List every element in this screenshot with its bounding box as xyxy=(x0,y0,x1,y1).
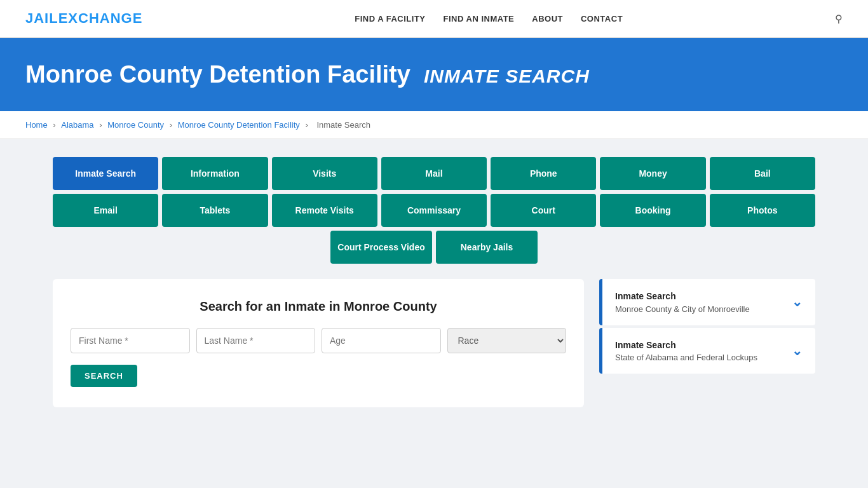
nav-link-find-an-inmate[interactable]: FIND AN INMATE xyxy=(444,14,515,24)
chevron-down-icon-1: ⌄ xyxy=(792,294,803,309)
tab-court-process-video[interactable]: Court Process Video xyxy=(330,231,432,264)
tab-information[interactable]: Information xyxy=(162,157,268,190)
nav-link-contact[interactable]: CONTACT xyxy=(581,14,623,24)
sidebar: Inmate Search Monroe County & City of Mo… xyxy=(599,279,815,376)
breadcrumb-sep1: › xyxy=(53,120,58,130)
search-icon[interactable]: ⚲ xyxy=(835,13,843,25)
first-name-input[interactable] xyxy=(71,328,190,353)
breadcrumb-sep2: › xyxy=(99,120,104,130)
breadcrumb-county[interactable]: Monroe County xyxy=(107,120,164,130)
search-button[interactable]: SEARCH xyxy=(71,365,137,387)
sidebar-card-1-subtitle: Monroe County & City of Monroeville xyxy=(615,304,750,314)
breadcrumb-current: Inmate Search xyxy=(316,120,370,130)
sidebar-card-1-title: Inmate Search xyxy=(615,290,750,303)
search-panel: Search for an Inmate in Monroe County Ra… xyxy=(53,279,584,407)
hero-heading: Monroe County Detention Facility INMATE … xyxy=(25,61,843,88)
sidebar-card-1: Inmate Search Monroe County & City of Mo… xyxy=(599,279,815,325)
sidebar-card-2-subtitle: State of Alabama and Federal Lockups xyxy=(615,353,757,362)
nav-link-find-a-facility[interactable]: FIND A FACILITY xyxy=(355,14,425,24)
breadcrumb-sep4: › xyxy=(305,120,310,130)
search-fields: Race White Black Hispanic Asian Other xyxy=(71,328,566,353)
hero-section: Monroe County Detention Facility INMATE … xyxy=(0,38,868,111)
sidebar-card-2-text: Inmate Search State of Alabama and Feder… xyxy=(615,339,757,363)
breadcrumb-home[interactable]: Home xyxy=(25,120,48,130)
tab-money[interactable]: Money xyxy=(600,157,705,190)
content-area: Search for an Inmate in Monroe County Ra… xyxy=(53,279,815,407)
breadcrumb-facility[interactable]: Monroe County Detention Facility xyxy=(178,120,300,130)
tabs-section: Inmate Search Information Visits Mail Ph… xyxy=(53,157,815,264)
main-content: Inmate Search Information Visits Mail Ph… xyxy=(27,139,841,425)
brand-part1: JAIL xyxy=(25,10,58,26)
last-name-input[interactable] xyxy=(196,328,316,353)
tab-bail[interactable]: Bail xyxy=(710,157,815,190)
sidebar-card-1-text: Inmate Search Monroe County & City of Mo… xyxy=(615,290,750,314)
tabs-row-1: Inmate Search Information Visits Mail Ph… xyxy=(53,157,815,190)
tab-mail[interactable]: Mail xyxy=(381,157,487,190)
tab-email[interactable]: Email xyxy=(53,194,158,227)
tabs-row-2: Email Tablets Remote Visits Commissary C… xyxy=(53,194,815,227)
breadcrumb-alabama[interactable]: Alabama xyxy=(61,120,93,130)
tab-tablets[interactable]: Tablets xyxy=(162,194,268,227)
tab-nearby-jails[interactable]: Nearby Jails xyxy=(436,231,538,264)
tab-inmate-search[interactable]: Inmate Search xyxy=(53,157,158,190)
brand-logo[interactable]: JAILEXCHANGE xyxy=(25,10,142,27)
page-type: INMATE SEARCH xyxy=(424,65,590,86)
sidebar-card-1-header[interactable]: Inmate Search Monroe County & City of Mo… xyxy=(602,279,815,325)
navbar: JAILEXCHANGE FIND A FACILITYFIND AN INMA… xyxy=(0,0,868,38)
tabs-row-3: Court Process Video Nearby Jails xyxy=(53,231,815,264)
tab-booking[interactable]: Booking xyxy=(600,194,705,227)
tab-court[interactable]: Court xyxy=(491,194,596,227)
brand-part2: EXCHANGE xyxy=(58,10,143,26)
tab-visits[interactable]: Visits xyxy=(272,157,377,190)
tab-commissary[interactable]: Commissary xyxy=(381,194,487,227)
age-input[interactable] xyxy=(322,328,441,353)
nav-links: FIND A FACILITYFIND AN INMATEABOUTCONTAC… xyxy=(355,13,623,24)
sidebar-card-2-title: Inmate Search xyxy=(615,339,757,352)
search-heading: Search for an Inmate in Monroe County xyxy=(71,299,566,314)
race-select[interactable]: Race White Black Hispanic Asian Other xyxy=(447,328,567,353)
breadcrumb-sep3: › xyxy=(170,120,175,130)
facility-name: Monroe County Detention Facility xyxy=(25,61,410,88)
sidebar-card-2: Inmate Search State of Alabama and Feder… xyxy=(599,328,815,374)
tab-photos[interactable]: Photos xyxy=(710,194,815,227)
tab-remote-visits[interactable]: Remote Visits xyxy=(272,194,377,227)
chevron-down-icon-2: ⌄ xyxy=(792,343,803,358)
tab-phone[interactable]: Phone xyxy=(491,157,596,190)
sidebar-card-2-header[interactable]: Inmate Search State of Alabama and Feder… xyxy=(602,328,815,374)
breadcrumb: Home › Alabama › Monroe County › Monroe … xyxy=(0,111,868,139)
nav-link-about[interactable]: ABOUT xyxy=(532,14,563,24)
